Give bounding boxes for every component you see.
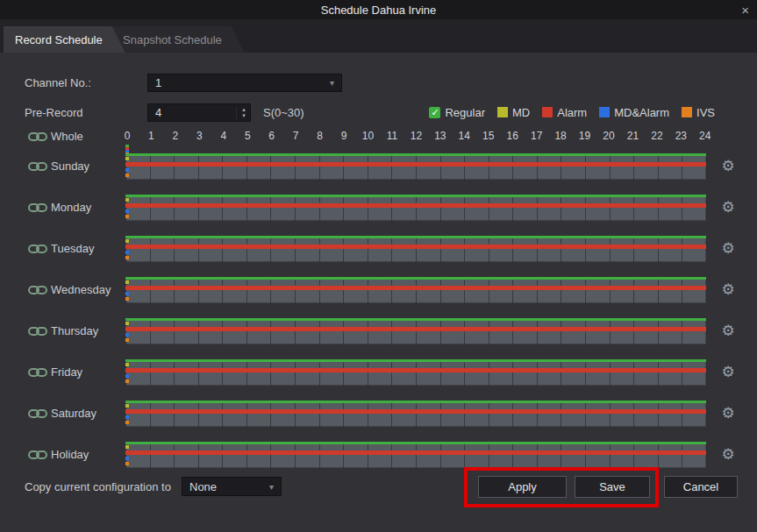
schedule-row: Friday ⚙ [0, 359, 757, 386]
regular-lane [125, 195, 706, 197]
ivs-stub [125, 256, 129, 259]
regular-lane [125, 318, 706, 321]
regular-lane [125, 277, 706, 280]
copy-config-label: Copy current configuration to [25, 480, 171, 494]
md-stub [125, 198, 129, 202]
regular-lane [125, 236, 706, 238]
title-bar: Schedule Dahua Irvine × [0, 0, 757, 19]
copy-target-select[interactable]: None ▾ [182, 477, 282, 496]
regular-lane [125, 153, 706, 156]
alarm-lane [125, 368, 706, 372]
md-stub [125, 157, 129, 160]
gear-icon[interactable]: ⚙ [716, 442, 740, 468]
md-stub [125, 239, 129, 243]
ivs-stub [125, 215, 129, 218]
md-alarm-stub [125, 457, 129, 460]
dialog-content: Channel No.: 1 ▾ Pre-Record 4 ▲▼ S(0~30)… [0, 53, 757, 532]
alarm-lane [125, 162, 706, 167]
ivs-stub [125, 421, 129, 424]
apply-button[interactable]: Apply [478, 476, 567, 498]
day-label: Friday [51, 359, 82, 386]
alarm-lane [125, 450, 706, 455]
link-icon[interactable] [28, 408, 47, 420]
tab-strip: Record Schedule Snapshot Schedule [0, 19, 757, 53]
gear-icon[interactable]: ⚙ [716, 359, 740, 386]
window-title: Schedule Dahua Irvine [321, 4, 437, 17]
close-icon[interactable]: × [741, 0, 749, 19]
regular-lane [125, 442, 706, 444]
ivs-stub [125, 338, 129, 342]
ivs-stub [125, 174, 129, 177]
md-stub [125, 445, 129, 449]
schedule-row: Thursday ⚙ [0, 318, 757, 344]
schedule-row: Holiday ⚙ [0, 442, 757, 468]
gear-icon[interactable]: ⚙ [716, 318, 740, 344]
alarm-lane [125, 245, 706, 249]
schedule-bar[interactable] [125, 277, 706, 303]
link-icon[interactable] [28, 366, 47, 379]
gear-icon[interactable]: ⚙ [716, 401, 740, 427]
gear-icon[interactable]: ⚙ [716, 277, 740, 303]
day-label: Sunday [51, 153, 89, 180]
md-stub [125, 363, 129, 366]
regular-lane [125, 401, 706, 403]
tab-snapshot-schedule[interactable]: Snapshot Schedule [111, 26, 245, 53]
alarm-lane [125, 409, 706, 414]
md-stub [125, 404, 129, 408]
schedule-row: Wednesday ⚙ [0, 277, 757, 303]
link-icon[interactable] [28, 243, 47, 255]
schedule-row: Monday ⚙ [0, 195, 757, 221]
day-label: Holiday [51, 442, 89, 468]
save-button[interactable]: Save [575, 476, 650, 498]
md-alarm-stub [125, 374, 129, 378]
schedule-bar[interactable] [125, 195, 706, 221]
schedule-row: Saturday ⚙ [0, 401, 757, 427]
schedule-bar[interactable] [125, 318, 706, 344]
day-label: Monday [51, 195, 91, 221]
cancel-button[interactable]: Cancel [664, 476, 738, 498]
chevron-down-icon: ▾ [269, 482, 274, 492]
gear-icon[interactable]: ⚙ [716, 236, 740, 262]
schedule-row: Sunday ⚙ [0, 153, 757, 180]
gear-icon[interactable]: ⚙ [716, 153, 740, 180]
ivs-stub [125, 462, 129, 465]
copy-target-value: None [189, 480, 217, 493]
schedule-bar[interactable] [125, 401, 706, 427]
tab-record-schedule[interactable]: Record Schedule [4, 26, 125, 53]
schedule-bar[interactable] [125, 442, 706, 468]
link-icon[interactable] [28, 449, 47, 461]
schedule-dialog: Schedule Dahua Irvine × Record Schedule … [0, 0, 757, 532]
md-alarm-stub [125, 168, 129, 172]
ivs-stub [125, 379, 129, 383]
day-label: Tuesday [51, 236, 94, 262]
md-stub [125, 280, 129, 284]
schedule-bar[interactable] [125, 359, 706, 386]
schedule-bar[interactable] [125, 236, 706, 262]
regular-lane [125, 359, 706, 362]
md-stub [125, 322, 129, 325]
md-alarm-stub [125, 292, 129, 295]
schedule-row: Tuesday ⚙ [0, 236, 757, 262]
link-icon[interactable] [28, 325, 47, 337]
day-label: Thursday [51, 318, 98, 344]
alarm-lane [125, 286, 706, 290]
md-alarm-stub [125, 209, 129, 213]
schedule-grid: Sunday ⚙ Monday ⚙ Tuesday [0, 53, 757, 532]
day-label: Wednesday [51, 277, 111, 303]
link-icon[interactable] [28, 160, 47, 173]
alarm-lane [125, 327, 706, 331]
schedule-bar[interactable] [125, 153, 706, 180]
md-alarm-stub [125, 333, 129, 337]
gear-icon[interactable]: ⚙ [716, 195, 740, 221]
link-icon[interactable] [28, 202, 47, 214]
day-label: Saturday [51, 401, 96, 427]
alarm-lane [125, 203, 706, 208]
link-icon[interactable] [28, 284, 47, 296]
ivs-stub [125, 297, 129, 301]
md-alarm-stub [125, 251, 129, 254]
md-alarm-stub [125, 415, 129, 419]
